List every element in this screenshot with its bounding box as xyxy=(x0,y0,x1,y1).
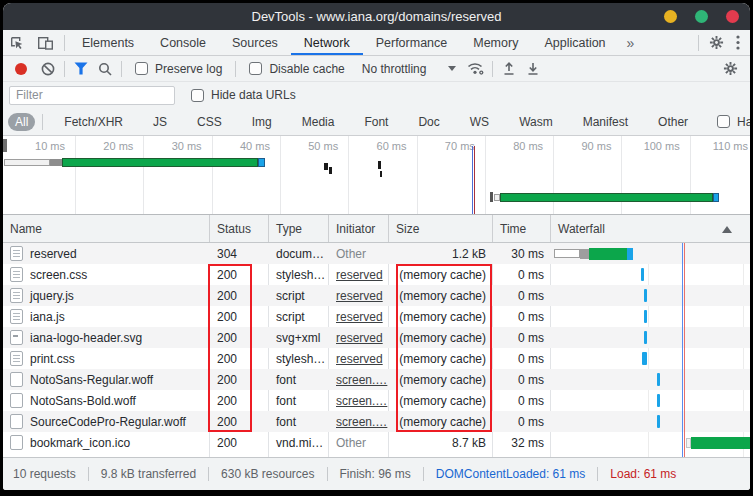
request-time-cell: 0 ms xyxy=(492,369,550,390)
table-row[interactable]: SourceCodePro-Regular.woff200fontscreen.… xyxy=(3,411,750,432)
filter-pill-doc[interactable]: Doc xyxy=(411,113,446,131)
throttling-dropdown[interactable]: No throttling xyxy=(362,62,457,76)
tab-application[interactable]: Application xyxy=(531,30,618,55)
initiator-link[interactable]: reserved xyxy=(336,310,383,324)
filter-pill-css[interactable]: CSS xyxy=(190,113,229,131)
filter-pill-ws[interactable]: WS xyxy=(463,113,496,131)
tab-console[interactable]: Console xyxy=(147,30,219,55)
overview-request-bar xyxy=(713,193,719,202)
request-waterfall-cell xyxy=(550,390,750,411)
initiator-link[interactable]: reserved xyxy=(336,268,383,282)
column-header-size[interactable]: Size xyxy=(388,215,492,242)
disable-cache-checkbox[interactable] xyxy=(249,62,262,75)
devtools-tabbar: ElementsConsoleSourcesNetworkPerformance… xyxy=(3,30,750,56)
close-button[interactable] xyxy=(726,10,739,23)
network-overview-timeline[interactable]: 10 ms20 ms30 ms40 ms50 ms60 ms70 ms80 ms… xyxy=(3,136,750,215)
initiator-link[interactable]: screen.… xyxy=(336,394,387,408)
file-icon xyxy=(10,372,23,387)
has-blocked-cookies-checkbox[interactable] xyxy=(717,115,730,128)
search-icon[interactable] xyxy=(93,58,117,80)
request-waterfall-cell xyxy=(550,411,750,432)
initiator-link[interactable]: reserved xyxy=(336,331,383,345)
column-header-time[interactable]: Time xyxy=(492,215,550,242)
maximize-button[interactable] xyxy=(695,10,708,23)
filter-funnel-icon[interactable] xyxy=(69,58,93,80)
resource-type-filter-row: AllFetch/XHRJSCSSImgMediaFontDocWSWasmMa… xyxy=(3,108,750,136)
filter-pill-all[interactable]: All xyxy=(8,113,35,131)
inspect-element-icon[interactable] xyxy=(3,30,31,55)
tab-elements[interactable]: Elements xyxy=(69,30,147,55)
filter-pill-media[interactable]: Media xyxy=(295,113,342,131)
table-row[interactable]: NotoSans-Bold.woff200fontscreen.…(memory… xyxy=(3,390,750,411)
initiator-link[interactable]: reserved xyxy=(336,289,383,303)
column-header-name[interactable]: Name xyxy=(3,215,209,242)
more-tabs-chevron[interactable]: » xyxy=(619,30,643,55)
summary-domcontentloaded: DOMContentLoaded: 61 ms xyxy=(423,467,597,481)
table-row[interactable]: bookmark_icon.ico200vnd.mi…Other8.7 kB32… xyxy=(3,432,750,453)
document-icon xyxy=(10,246,23,261)
filter-pill-other[interactable]: Other xyxy=(651,113,695,131)
request-name: bookmark_icon.ico xyxy=(30,436,130,450)
table-row[interactable]: print.css200stylesh…reserved(memory cach… xyxy=(3,348,750,369)
table-row[interactable]: iana-logo-header.svg200svg+xmlreserved(m… xyxy=(3,327,750,348)
network-conditions-icon[interactable] xyxy=(464,58,488,80)
waterfall-cache-tick xyxy=(644,289,647,302)
tab-performance[interactable]: Performance xyxy=(363,30,461,55)
divider xyxy=(698,35,699,51)
initiator-link[interactable]: screen.… xyxy=(336,373,387,387)
column-header-status[interactable]: Status xyxy=(209,215,268,242)
column-header-initiator[interactable]: Initiator xyxy=(328,215,388,242)
filter-pill-manifest[interactable]: Manifest xyxy=(576,113,635,131)
column-header-type[interactable]: Type xyxy=(268,215,328,242)
tab-network[interactable]: Network xyxy=(291,30,363,55)
network-toolbar: Preserve log Disable cache No throttling xyxy=(3,56,750,82)
waterfall-cache-tick xyxy=(657,394,660,407)
tab-sources[interactable]: Sources xyxy=(219,30,291,55)
request-time-cell: 0 ms xyxy=(492,264,550,285)
clear-icon[interactable] xyxy=(36,58,60,80)
request-type-cell: vnd.mi… xyxy=(268,432,328,453)
export-har-icon[interactable] xyxy=(521,58,545,80)
preserve-log-checkbox[interactable] xyxy=(135,62,148,75)
has-blocked-cookies-label: Has blocked cookies xyxy=(737,115,750,129)
column-header-waterfall[interactable]: Waterfall xyxy=(550,215,750,242)
overview-request-bar xyxy=(329,167,332,174)
filter-pill-wasm[interactable]: Wasm xyxy=(512,113,560,131)
table-row[interactable]: NotoSans-Regular.woff200fontscreen.…(mem… xyxy=(3,369,750,390)
hide-data-urls-group: Hide data URLs xyxy=(191,88,296,102)
table-row[interactable]: screen.css200stylesh…reserved(memory cac… xyxy=(3,264,750,285)
settings-gear-icon[interactable] xyxy=(703,30,730,55)
filter-pill-font[interactable]: Font xyxy=(357,113,395,131)
filter-pill-fetch-xhr[interactable]: Fetch/XHR xyxy=(57,113,130,131)
initiator-link[interactable]: reserved xyxy=(336,352,383,366)
waterfall-event-line xyxy=(682,243,683,457)
import-har-icon[interactable] xyxy=(497,58,521,80)
table-row[interactable]: iana.js200scriptreserved(memory cache)0 … xyxy=(3,306,750,327)
request-time-cell: 30 ms xyxy=(492,243,550,264)
request-initiator-cell: screen.… xyxy=(328,369,388,390)
device-toolbar-icon[interactable] xyxy=(31,30,60,55)
filter-input[interactable] xyxy=(9,86,175,105)
request-waterfall-cell xyxy=(550,285,750,306)
request-status-cell: 200 xyxy=(209,432,268,453)
kebab-menu-icon[interactable] xyxy=(730,30,750,55)
sort-ascending-icon[interactable] xyxy=(722,226,732,233)
hide-data-urls-checkbox[interactable] xyxy=(191,89,204,102)
minimize-button[interactable] xyxy=(664,10,677,23)
filter-pill-img[interactable]: Img xyxy=(245,113,279,131)
window-title: DevTools - www.iana.org/domains/reserved xyxy=(252,9,502,24)
filter-pill-js[interactable]: JS xyxy=(146,113,174,131)
overview-tick-label: 70 ms xyxy=(445,140,475,152)
network-settings-gear-icon[interactable] xyxy=(718,58,742,80)
tab-memory[interactable]: Memory xyxy=(460,30,531,55)
request-type-cell: script xyxy=(268,306,328,327)
request-type-cell: svg+xml xyxy=(268,327,328,348)
overview-request-bar xyxy=(50,159,62,166)
table-row[interactable]: jquery.js200scriptreserved(memory cache)… xyxy=(3,285,750,306)
record-icon[interactable] xyxy=(15,63,27,75)
overview-tick-label: 50 ms xyxy=(308,140,338,152)
table-row[interactable]: reserved304docum…Other1.2 kB30 ms xyxy=(3,243,750,264)
overview-scroll-notch xyxy=(3,139,7,152)
request-name: screen.css xyxy=(30,268,87,282)
initiator-link[interactable]: screen.… xyxy=(336,415,387,429)
